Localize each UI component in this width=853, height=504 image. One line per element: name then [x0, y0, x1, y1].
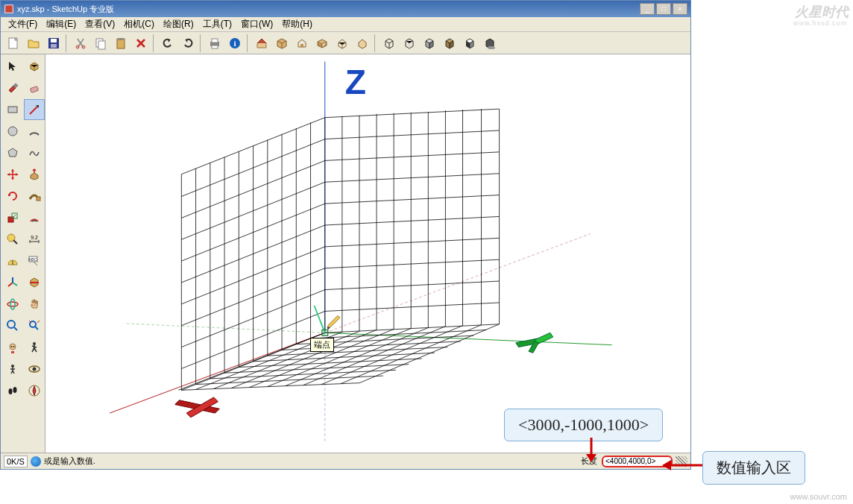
- pushpull-icon[interactable]: [24, 164, 45, 185]
- zoom-icon[interactable]: [2, 315, 23, 336]
- menu-edit[interactable]: 编辑(E): [42, 16, 81, 32]
- svg-line-110: [210, 370, 396, 379]
- eraser-icon[interactable]: [24, 78, 45, 98]
- svg-point-34: [11, 346, 13, 347]
- viewport[interactable]: Z 端点: [45, 54, 690, 453]
- axis-z-label: Z: [345, 63, 366, 101]
- shaded-icon[interactable]: [420, 34, 439, 53]
- textured-icon[interactable]: [440, 34, 459, 53]
- box-model-icon[interactable]: [272, 34, 292, 53]
- menu-bar: 文件(F) 编辑(E) 查看(V) 相机(C) 绘图(R) 工具(T) 窗口(W…: [1, 17, 690, 32]
- menu-window[interactable]: 窗口(W): [236, 16, 277, 32]
- followme-icon[interactable]: [24, 186, 45, 207]
- info-icon[interactable]: i: [225, 34, 245, 53]
- shadow-icon[interactable]: [480, 34, 500, 53]
- svg-rect-20: [8, 107, 17, 113]
- svg-line-113: [314, 306, 324, 333]
- iso3-icon[interactable]: [353, 34, 372, 53]
- svg-line-76: [325, 216, 500, 225]
- front-icon[interactable]: [292, 34, 312, 53]
- menu-draw[interactable]: 绘图(R): [159, 16, 198, 32]
- svg-text:ABC: ABC: [28, 257, 38, 262]
- line-icon[interactable]: [24, 99, 45, 120]
- protractor-icon[interactable]: [2, 251, 23, 271]
- house-icon[interactable]: [252, 34, 271, 53]
- svg-point-36: [33, 342, 36, 345]
- orbit-icon[interactable]: [2, 294, 23, 315]
- offset-icon[interactable]: [24, 207, 45, 228]
- axes-icon[interactable]: [2, 272, 23, 293]
- walk-icon[interactable]: [24, 337, 45, 358]
- iso2-icon[interactable]: [333, 34, 352, 53]
- rectangle-icon[interactable]: [2, 99, 23, 120]
- svg-rect-13: [212, 45, 218, 48]
- menu-view[interactable]: 查看(V): [81, 16, 119, 32]
- move-icon[interactable]: [2, 164, 23, 185]
- menu-tools[interactable]: 工具(T): [198, 16, 236, 32]
- monochrome-icon[interactable]: [460, 34, 479, 53]
- print-icon[interactable]: [205, 34, 224, 53]
- eye-icon[interactable]: [24, 359, 45, 379]
- dimension-icon[interactable]: 9.2: [24, 229, 45, 250]
- cut-icon[interactable]: [71, 34, 90, 53]
- footprint-icon[interactable]: [2, 380, 23, 401]
- model-view: Z: [45, 54, 690, 453]
- svg-line-108: [239, 359, 421, 368]
- svg-point-40: [9, 388, 13, 394]
- wire-cube-icon[interactable]: [380, 34, 399, 53]
- svg-line-45: [325, 333, 612, 344]
- text-icon[interactable]: ABC: [24, 251, 45, 271]
- arc-icon[interactable]: [24, 121, 45, 142]
- rotate-icon[interactable]: [2, 186, 23, 207]
- paint-icon[interactable]: [2, 78, 23, 98]
- svg-point-41: [13, 387, 17, 393]
- circle-icon[interactable]: [2, 121, 23, 142]
- endpoint-tooltip: 端点: [310, 338, 334, 352]
- select-icon[interactable]: [2, 56, 23, 77]
- menu-camera[interactable]: 相机(C): [119, 16, 159, 32]
- open-file-icon[interactable]: [24, 34, 43, 53]
- section-icon[interactable]: [24, 272, 45, 293]
- copy-icon[interactable]: [91, 34, 110, 53]
- look-icon[interactable]: [2, 337, 23, 358]
- minimize-button[interactable]: _: [640, 3, 655, 15]
- save-icon[interactable]: [44, 34, 63, 53]
- paste-icon[interactable]: [111, 34, 130, 53]
- freehand-icon[interactable]: [24, 142, 45, 163]
- undo-icon[interactable]: [158, 34, 177, 53]
- svg-rect-19: [30, 86, 38, 92]
- menu-help[interactable]: 帮助(H): [277, 16, 317, 32]
- component-icon[interactable]: [24, 56, 45, 77]
- position-icon[interactable]: [2, 359, 23, 379]
- svg-line-109: [224, 365, 409, 374]
- delete-icon[interactable]: [131, 34, 151, 53]
- svg-line-78: [325, 174, 500, 183]
- compass-icon[interactable]: [24, 380, 45, 401]
- svg-point-30: [10, 299, 15, 309]
- menu-file[interactable]: 文件(F): [4, 16, 42, 32]
- svg-line-92: [178, 333, 324, 390]
- close-button[interactable]: ×: [673, 3, 687, 15]
- svg-line-80: [325, 130, 500, 139]
- status-text: 或是输入数值.: [44, 456, 95, 467]
- status-speed: 0K/S: [4, 456, 28, 467]
- pan-icon[interactable]: [24, 294, 45, 315]
- svg-rect-3: [51, 39, 57, 42]
- svg-point-37: [11, 365, 14, 368]
- scale-icon[interactable]: [2, 207, 23, 228]
- polygon-icon[interactable]: [2, 142, 23, 163]
- iso1-icon[interactable]: [312, 34, 332, 53]
- hidden-line-icon[interactable]: [400, 34, 419, 53]
- new-file-icon[interactable]: [4, 34, 23, 53]
- title-bar[interactable]: xyz.skp - SketchUp 专业版 _ □ ×: [1, 1, 690, 17]
- callout-coordinate: <3000,-1000,1000>: [504, 409, 663, 441]
- svg-text:9.2: 9.2: [31, 235, 38, 240]
- maximize-button[interactable]: □: [656, 3, 671, 15]
- tape-icon[interactable]: [2, 229, 23, 250]
- svg-line-107: [254, 353, 435, 362]
- redo-icon[interactable]: [178, 34, 198, 53]
- svg-rect-0: [5, 5, 13, 13]
- svg-line-75: [325, 238, 500, 247]
- svg-point-35: [13, 346, 15, 347]
- zoom-extents-icon[interactable]: [24, 315, 45, 336]
